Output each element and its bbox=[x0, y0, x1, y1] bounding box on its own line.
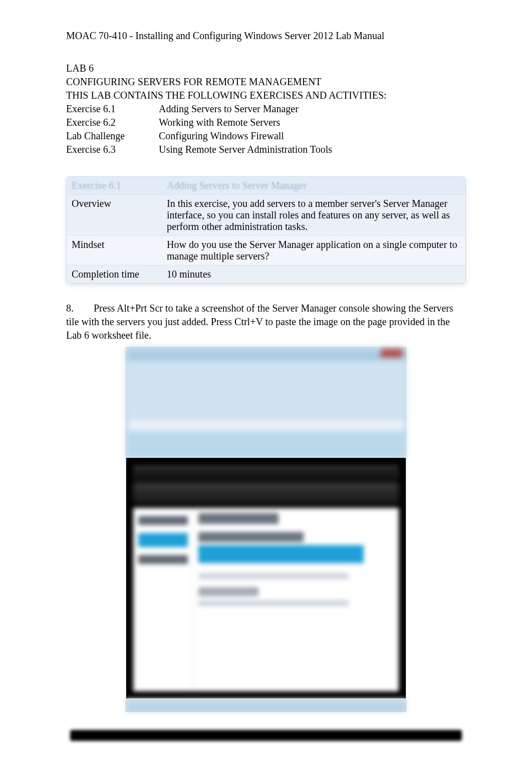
lab-exercise-id: Exercise 6.2 bbox=[66, 116, 159, 129]
lab-exercise-row: Exercise 6.3 Using Remote Server Adminis… bbox=[66, 143, 332, 156]
lab-exercise-row: Exercise 6.2 Working with Remote Servers bbox=[66, 116, 332, 129]
exercise-row: Overview In this exercise, you add serve… bbox=[67, 195, 465, 236]
lab-exercise-list: Exercise 6.1 Adding Servers to Server Ma… bbox=[66, 102, 332, 156]
lab-exercise-row: Lab Challenge Configuring Windows Firewa… bbox=[66, 129, 332, 143]
step-number: 8. bbox=[66, 303, 74, 314]
sidebar-item bbox=[138, 555, 188, 564]
screenshot-frame bbox=[126, 347, 406, 712]
screenshot-taskbar bbox=[126, 698, 406, 711]
window-titlebar bbox=[126, 348, 406, 360]
exercise-detail-box: Exercise 6.1 Adding Servers to Server Ma… bbox=[66, 176, 466, 284]
toolbar-strip bbox=[128, 419, 404, 431]
exercise-row-value: In this exercise, you add servers to a m… bbox=[162, 195, 465, 236]
lab-number: LAB 6 bbox=[66, 62, 466, 75]
ribbon-area bbox=[128, 362, 404, 417]
exercise-header-title-ghost: Adding Servers to Server Manager bbox=[167, 180, 307, 191]
redacted-bar bbox=[70, 730, 462, 741]
servers-heading bbox=[198, 513, 279, 524]
servers-tile-label bbox=[198, 532, 304, 542]
lab-exercise-id: Lab Challenge bbox=[66, 129, 159, 143]
server-manager-main bbox=[193, 508, 399, 691]
lab-exercise-desc: Working with Remote Servers bbox=[159, 116, 332, 129]
doc-header: MOAC 70-410 - Installing and Configuring… bbox=[66, 30, 466, 42]
exercise-row-value: 10 minutes bbox=[162, 266, 465, 284]
content-block bbox=[198, 587, 258, 596]
exercise-row-label: Completion time bbox=[67, 266, 162, 284]
vm-toolbar bbox=[133, 482, 399, 504]
sidebar-item-selected bbox=[138, 533, 188, 547]
lab-exercise-desc: Using Remote Server Administration Tools bbox=[159, 143, 332, 156]
vm-titlebar bbox=[133, 465, 399, 479]
lab-exercise-desc: Configuring Windows Firewall bbox=[159, 129, 332, 143]
exercise-row: Mindset How do you use the Server Manage… bbox=[67, 236, 465, 266]
servers-tile bbox=[198, 545, 364, 563]
lab-exercise-row: Exercise 6.1 Adding Servers to Server Ma… bbox=[66, 102, 332, 116]
step-text: Press Alt+Prt Scr to take a screenshot o… bbox=[66, 303, 453, 341]
exercise-row-label: Mindset bbox=[67, 236, 162, 266]
exercise-header-row: Exercise 6.1 Adding Servers to Server Ma… bbox=[67, 177, 465, 195]
sidebar-item bbox=[138, 516, 188, 525]
step-paragraph: 8. Press Alt+Prt Scr to take a screensho… bbox=[66, 302, 466, 342]
embedded-screenshot bbox=[126, 347, 406, 712]
lab-intro: THIS LAB CONTAINS THE FOLLOWING EXERCISE… bbox=[66, 89, 466, 102]
content-line bbox=[198, 600, 349, 606]
exercise-row: Completion time 10 minutes bbox=[67, 266, 465, 284]
server-manager-sidebar bbox=[133, 508, 193, 691]
lab-exercise-id: Exercise 6.1 bbox=[66, 102, 159, 116]
lab-exercise-id: Exercise 6.3 bbox=[66, 143, 159, 156]
lab-overview-block: LAB 6 CONFIGURING SERVERS FOR REMOTE MAN… bbox=[66, 62, 466, 156]
screenshot-top-app bbox=[126, 348, 406, 458]
exercise-row-label: Overview bbox=[67, 195, 162, 236]
close-icon bbox=[381, 349, 403, 357]
lab-exercise-desc: Adding Servers to Server Manager bbox=[159, 102, 332, 116]
content-line bbox=[198, 573, 349, 579]
screenshot-vm-area bbox=[126, 458, 406, 698]
server-manager-window bbox=[133, 508, 399, 691]
lab-title: CONFIGURING SERVERS FOR REMOTE MANAGEMEN… bbox=[66, 75, 466, 89]
exercise-header-id-ghost: Exercise 6.1 bbox=[72, 180, 121, 191]
exercise-row-value: How do you use the Server Manager applic… bbox=[162, 236, 465, 266]
